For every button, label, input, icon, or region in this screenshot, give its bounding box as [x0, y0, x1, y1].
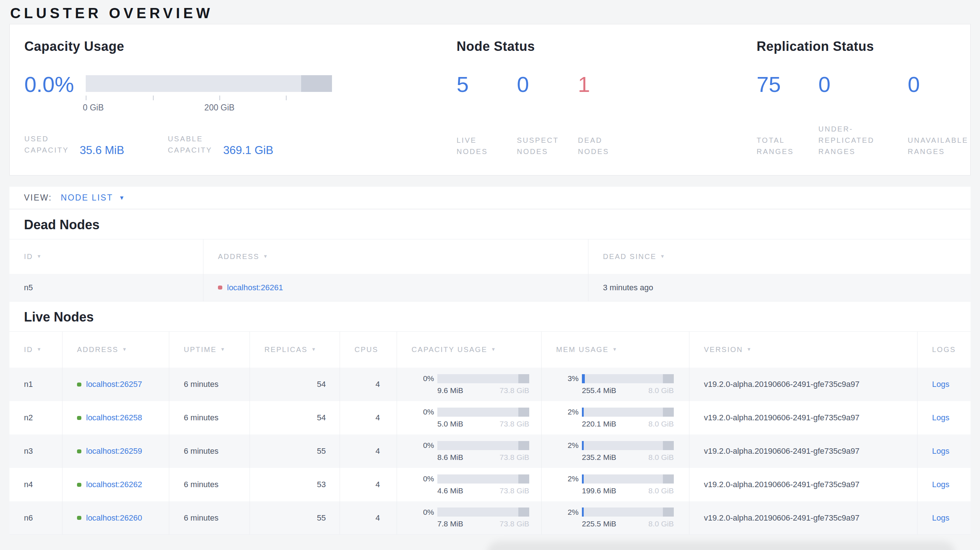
mem-usage-fill [582, 408, 584, 416]
capacity-usage-bar [438, 374, 529, 383]
live-node-address-link[interactable]: localhost:26258 [86, 413, 142, 423]
under-replicated-ranges-stat: 0 UNDER- REPLICATED RANGES [818, 75, 908, 157]
used-capacity-value: 35.6 MiB [80, 144, 124, 156]
mem-used-value: 235.2 MiB [582, 453, 616, 462]
mem-usage-bar [582, 408, 674, 416]
capacity-used-value: 8.6 MiB [438, 453, 463, 462]
capacity-usage-bar [438, 408, 529, 416]
logs-link[interactable]: Logs [932, 413, 950, 423]
mem-usage-fill [582, 374, 585, 383]
live-status-dot-icon [77, 483, 81, 487]
suspect-nodes-stat: 0 SUSPECT NODES [517, 75, 578, 157]
live-node-cpus: 4 [340, 468, 397, 501]
live-col-header-uptime[interactable]: UPTIME▼ [169, 332, 250, 368]
view-bar: VIEW: NODE LIST ▼ [10, 187, 970, 209]
live-col-header-address[interactable]: ADDRESS▼ [62, 332, 169, 368]
cluster-summary-card: Capacity Usage 0.0% 0 GiB 200 GiB USED C… [10, 24, 970, 175]
dead-col-header-id[interactable]: ID▼ [10, 239, 204, 274]
dead-col-header-dead-since[interactable]: DEAD SINCE▼ [589, 239, 970, 274]
capacity-used-value: 7.8 MiB [438, 520, 463, 528]
capacity-bar-used-segment [301, 75, 332, 92]
capacity-usage-percent: 0% [417, 374, 434, 383]
live-status-dot-icon [77, 383, 81, 386]
live-node-uptime: 6 minutes [169, 468, 250, 501]
live-node-id: n4 [10, 468, 62, 501]
live-node-cpus: 4 [340, 368, 397, 401]
axis-tick [153, 95, 154, 100]
capacity-bar-chart: 0 GiB 200 GiB [86, 75, 332, 94]
live-node-capacity-usage: 0% 9.6 MiB 73.8 GiB [397, 368, 542, 401]
capacity-total-value: 73.8 GiB [500, 386, 529, 395]
capacity-usage-percent: 0% [417, 441, 434, 450]
logs-link[interactable]: Logs [932, 513, 950, 523]
live-nodes-label: LIVE [457, 135, 488, 146]
axis-tick [86, 95, 86, 100]
live-node-address-link[interactable]: localhost:26260 [86, 513, 142, 523]
live-col-header-id[interactable]: ID▼ [10, 332, 62, 368]
capacity-usage-section: Capacity Usage 0.0% 0 GiB 200 GiB USED C… [10, 24, 442, 175]
sort-caret-icon: ▼ [612, 347, 618, 352]
mem-usage-percent: 2% [562, 508, 579, 517]
dead-node-address-link[interactable]: localhost:26261 [227, 283, 283, 292]
dead-node-row: n5 localhost:26261 3 minutes ago [10, 274, 970, 302]
live-node-logs-cell: Logs [918, 434, 970, 468]
usable-capacity-label-line2: CAPACITY [168, 145, 213, 156]
live-node-address-link[interactable]: localhost:26259 [86, 447, 142, 456]
capacity-usage-reserved-segment [518, 441, 529, 450]
mem-usage-bar [582, 507, 674, 517]
suspect-nodes-label: SUSPECT [517, 135, 558, 146]
total-ranges-stat: 75 TOTAL RANGES [757, 75, 818, 157]
logs-link[interactable]: Logs [932, 480, 950, 490]
view-selected-value: NODE LIST [60, 193, 113, 203]
dead-nodes-section-title: Dead Nodes [10, 209, 970, 239]
axis-tick [220, 95, 220, 100]
sort-caret-icon: ▼ [221, 347, 226, 352]
live-node-address-link[interactable]: localhost:26262 [86, 480, 142, 490]
unavailable-ranges-count: 0 [908, 75, 920, 94]
live-col-header-replicas[interactable]: REPLICAS▼ [250, 332, 340, 368]
logs-link[interactable]: Logs [932, 447, 950, 456]
dead-col-header-address[interactable]: ADDRESS▼ [204, 239, 589, 274]
dead-nodes-count: 1 [578, 75, 590, 94]
live-node-replicas: 53 [250, 468, 340, 501]
mem-usage-reserved-segment [663, 474, 674, 483]
live-node-cpus: 4 [340, 401, 397, 434]
mem-usage-reserved-segment [663, 408, 674, 416]
live-status-dot-icon [77, 516, 81, 520]
live-col-header-capacity-usage[interactable]: CAPACITY USAGE▼ [397, 332, 542, 368]
live-node-replicas: 55 [250, 434, 340, 468]
used-capacity-stat: USED CAPACITY 35.6 MiB [24, 134, 124, 156]
live-nodes-table: ID▼ ADDRESS▼ UPTIME▼ REPLICAS▼ CPUS CAPA… [10, 331, 970, 535]
capacity-usage-title: Capacity Usage [24, 39, 442, 54]
mem-usage-bar [582, 374, 674, 383]
mem-usage-percent: 2% [562, 441, 579, 450]
mem-total-value: 8.0 GiB [648, 486, 674, 495]
logs-link[interactable]: Logs [932, 380, 950, 389]
sort-caret-icon: ▼ [747, 347, 752, 352]
mem-total-value: 8.0 GiB [648, 520, 674, 528]
mem-used-value: 225.5 MiB [582, 520, 616, 528]
view-selector-dropdown[interactable]: NODE LIST ▼ [60, 193, 124, 203]
capacity-total-value: 73.8 GiB [500, 453, 529, 462]
node-status-section: Node Status 5 LIVE NODES 0 SUSPECT NODES… [442, 24, 742, 175]
mem-usage-reserved-segment [663, 441, 674, 450]
live-col-header-mem-usage[interactable]: MEM USAGE▼ [542, 332, 689, 368]
live-node-address-link[interactable]: localhost:26257 [86, 380, 142, 389]
live-node-mem-usage: 3% 255.4 MiB 8.0 GiB [542, 368, 689, 401]
replication-status-section: Replication Status 75 TOTAL RANGES 0 UND… [742, 24, 970, 175]
live-node-row: n2 localhost:26258 6 minutes 54 4 0% 5.0… [10, 401, 970, 434]
capacity-usage-reserved-segment [518, 474, 529, 483]
live-col-header-cpus: CPUS [340, 332, 397, 368]
dead-node-dead-since: 3 minutes ago [589, 274, 970, 301]
sort-caret-icon: ▼ [122, 347, 127, 352]
live-col-header-version[interactable]: VERSION▼ [689, 332, 918, 368]
capacity-percent: 0.0% [24, 75, 86, 94]
under-replicated-count: 0 [818, 75, 830, 94]
mem-usage-reserved-segment [663, 507, 674, 517]
sort-caret-icon: ▼ [37, 254, 42, 259]
live-node-address-cell: localhost:26259 [62, 434, 169, 468]
page-title: CLUSTER OVERVIEW [0, 0, 980, 24]
capacity-usage-bar [438, 507, 529, 517]
mem-used-value: 255.4 MiB [582, 386, 616, 395]
live-col-header-logs: LOGS [918, 332, 970, 368]
